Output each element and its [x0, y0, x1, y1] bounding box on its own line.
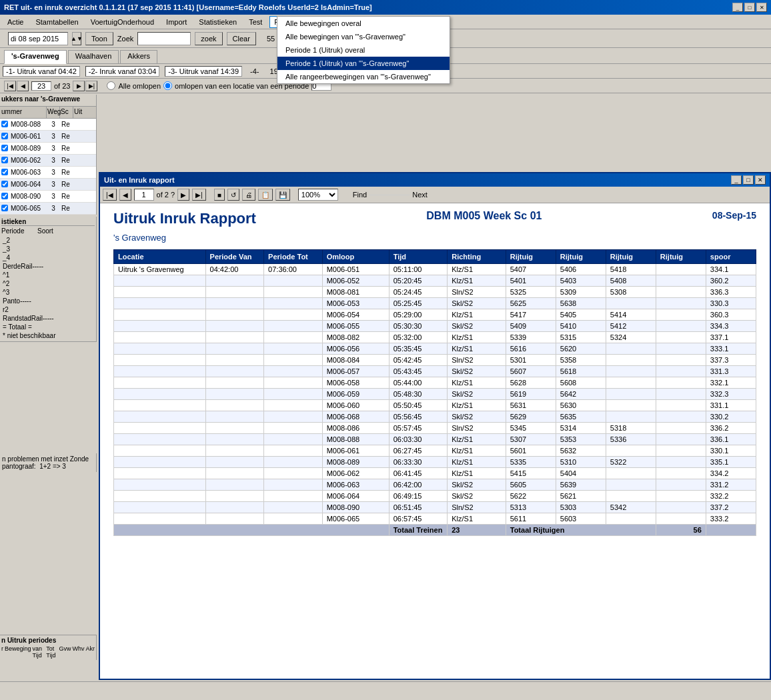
dropdown-item-1[interactable]: Alle bewegingen van "'s-Gravenweg": [277, 30, 450, 43]
cell-richting: Klz/S1: [448, 468, 506, 479]
report-page-input[interactable]: [134, 189, 154, 201]
cell-rijtuig4: [656, 264, 706, 275]
row-4-sc: 3: [47, 169, 60, 176]
cell-rijtuig3: [606, 366, 656, 377]
nav-prev[interactable]: ◀: [17, 81, 29, 91]
cell-rijtuig1: 5401: [506, 275, 556, 287]
cb-3[interactable]: [1, 157, 8, 163]
cb-0[interactable]: [1, 121, 8, 127]
report-close-btn[interactable]: ✕: [755, 175, 766, 185]
cell-richting: Klz/S1: [448, 400, 506, 411]
report-nav-first[interactable]: |◀: [103, 189, 117, 201]
report-nav-next[interactable]: ▶: [177, 189, 189, 201]
report-export2-btn[interactable]: 💾: [275, 189, 290, 201]
omloop-2: -2- Inruk vanaf 03:04: [85, 66, 160, 77]
dropdown-item-4[interactable]: Alle rangeerbewegingen van "'s-Gravenweg…: [277, 70, 450, 83]
cell-rijtuig4: [656, 491, 706, 502]
tab-waalhaven[interactable]: Waalhaven: [68, 50, 119, 63]
cell-rijtuig1: 5339: [506, 332, 556, 343]
toon-button[interactable]: Toon: [85, 32, 113, 45]
row-6-id: M008-090: [9, 193, 47, 200]
maximize-btn[interactable]: □: [744, 3, 755, 12]
menu-test[interactable]: Test: [244, 16, 267, 28]
cell-rijtuig3: [606, 355, 656, 366]
menu-voertuig[interactable]: VoertuigOnderhoud: [86, 16, 159, 28]
find-bar: Find Next: [353, 191, 428, 199]
row-7-uit: Re: [60, 205, 80, 212]
report-stop-btn[interactable]: ■: [214, 189, 225, 201]
left-row-4: M006-063 3 Re: [0, 167, 96, 179]
cell-periode-van: [205, 389, 264, 400]
cb-6[interactable]: [1, 193, 8, 199]
cell-locatie: [114, 377, 206, 389]
dropdown-item-2[interactable]: Periode 1 (Uitruk) overal: [277, 43, 450, 57]
report-nav-last[interactable]: ▶|: [192, 189, 206, 201]
report-maximize-btn[interactable]: □: [743, 175, 754, 185]
cell-rijtuig2: 5632: [556, 445, 606, 457]
cell-periode-tot: [264, 513, 323, 525]
cb-7[interactable]: [1, 205, 8, 211]
cell-rijtuig3: [606, 491, 656, 502]
cell-rijtuig3: [606, 411, 656, 423]
report-export1-btn[interactable]: 📋: [258, 189, 273, 201]
cell-omloop: M006-063: [322, 479, 389, 491]
cb-1[interactable]: [1, 133, 8, 139]
table-row: M006-060 05:50:45 Klz/S1 5631 5630 331.1: [114, 400, 756, 411]
cell-rijtuig4: [656, 309, 706, 321]
date-input[interactable]: [8, 32, 68, 45]
col-r: r: [1, 645, 3, 659]
row-5-sc: 3: [47, 181, 60, 188]
table-row: M008-089 06:33:30 Klz/S1 5335 5310 5322 …: [114, 457, 756, 468]
cell-periode-tot: [264, 298, 323, 309]
radio-locatie[interactable]: [163, 81, 172, 90]
minimize-btn[interactable]: _: [732, 3, 743, 12]
cell-periode-tot: [264, 355, 323, 366]
zoek-button[interactable]: zoek: [195, 32, 222, 45]
cb-4[interactable]: [1, 169, 8, 175]
cell-locatie: [114, 491, 206, 502]
report-print-btn[interactable]: 🖨: [242, 189, 255, 201]
menu-actie[interactable]: Actie: [3, 16, 28, 28]
tab-sgravenweg[interactable]: 's-Gravenweg: [4, 50, 67, 64]
report-content: Uitruk Inruk Rapport DBM M005 Week Sc 01…: [100, 203, 770, 679]
cell-rijtuig4: [656, 434, 706, 445]
cb-2[interactable]: [1, 145, 8, 151]
cell-rijtuig2: 5410: [556, 321, 606, 332]
cell-periode-van: [205, 287, 264, 298]
search-input[interactable]: [137, 32, 191, 45]
note-section: n problemen met inzet Zonde pantograaf: …: [0, 453, 97, 472]
date-spin[interactable]: ▲▼: [72, 32, 81, 45]
zoom-select[interactable]: 100% 75% 150%: [298, 189, 338, 201]
cell-rijtuig1: 5335: [506, 457, 556, 468]
clear-button[interactable]: Clear: [227, 32, 256, 45]
dropdown-item-0[interactable]: Alle bewegingen overal: [277, 17, 450, 30]
dropdown-item-3[interactable]: Periode 1 (Uitruk) van "'s-Gravenweg": [277, 57, 450, 70]
menu-import[interactable]: Import: [161, 16, 191, 28]
stats-item-6: ^3: [1, 288, 95, 297]
nav-next[interactable]: ▶: [73, 81, 85, 91]
stats-item-4: ^1: [1, 271, 95, 279]
page-input[interactable]: [31, 81, 51, 91]
radio-alle[interactable]: [107, 81, 115, 90]
stats-item-8: r2: [1, 305, 95, 314]
menu-statistieken[interactable]: Statistieken: [194, 16, 241, 28]
stats-item-10: = Totaal =: [1, 323, 95, 331]
cell-rijtuig1: 5629: [506, 411, 556, 423]
cb-5[interactable]: [1, 181, 8, 187]
cell-richting: Klz/S1: [448, 513, 506, 525]
nav-last[interactable]: ▶|: [85, 81, 97, 91]
nav-first[interactable]: |◀: [4, 81, 16, 91]
cell-rijtuig2: 5309: [556, 287, 606, 298]
report-minimize-btn[interactable]: _: [731, 175, 742, 185]
close-btn[interactable]: ✕: [756, 3, 767, 12]
table-row: M006-063 06:42:00 Skl/S2 5605 5639 331.2: [114, 479, 756, 491]
cell-periode-van: [205, 445, 264, 457]
tab-akkers[interactable]: Akkers: [120, 50, 157, 63]
menu-stamtabellen[interactable]: Stamtabellen: [31, 16, 83, 28]
report-refresh-btn[interactable]: ↺: [227, 189, 239, 201]
cell-periode-van: [205, 309, 264, 321]
cell-periode-van: [205, 502, 264, 513]
table-row: M006-057 05:43:45 Skl/S2 5607 5618 331.3: [114, 366, 756, 377]
cell-rijtuig3: 5414: [606, 309, 656, 321]
report-nav-prev[interactable]: ◀: [119, 189, 131, 201]
